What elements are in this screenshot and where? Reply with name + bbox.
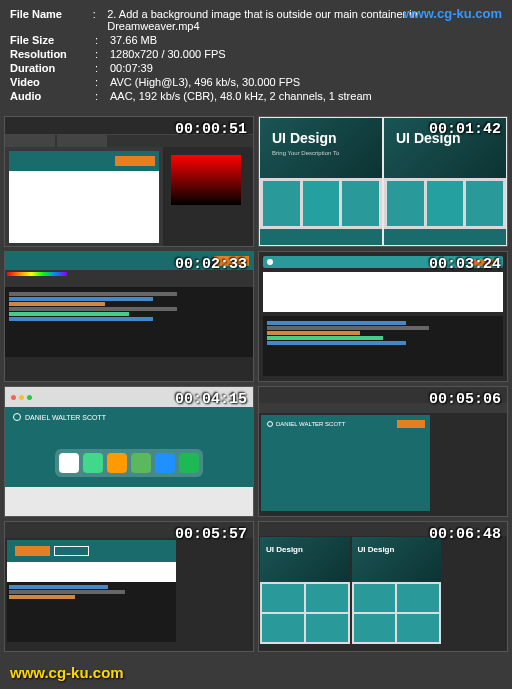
preview-left: UI Design Bring Your Description To (260, 118, 382, 245)
macos-dock (55, 449, 203, 477)
thumbnail-2: 00:01:42 UI Design Bring Your Descriptio… (258, 116, 508, 247)
orange-button (15, 546, 50, 556)
chrome-icon (59, 453, 79, 473)
timestamp-6: 00:05:06 (429, 391, 501, 408)
video-value: AVC (High@L3), 496 kb/s, 30.000 FPS (110, 76, 300, 88)
resolution-value: 1280x720 / 30.000 FPS (110, 48, 226, 60)
timestamp-3: 00:02:33 (175, 256, 247, 273)
video-label: Video (10, 76, 95, 88)
canvas-area (9, 151, 159, 243)
preview-col-1: UI Design (260, 537, 350, 650)
thumbnail-3: 00:02:33 (4, 251, 254, 382)
maximize-icon (27, 395, 32, 400)
outline-button (54, 546, 89, 556)
properties-panel (163, 147, 253, 247)
thumbnail-1: 00:00:51 (4, 116, 254, 247)
site-logo: DANIEL WALTER SCOTT (13, 413, 106, 421)
code-editor (263, 316, 503, 376)
resolution-label: Resolution (10, 48, 95, 60)
hero-title: UI Design (358, 545, 395, 554)
colon: : (93, 8, 108, 32)
watermark-top: www.cg-ku.com (404, 6, 502, 21)
dreamweaver-icon (83, 453, 103, 473)
timestamp-1: 00:00:51 (175, 121, 247, 138)
thumbnail-8: 00:06:48 UI Design UI Design (258, 521, 508, 652)
color-picker (171, 155, 241, 205)
close-icon (11, 395, 16, 400)
watermark: www.cg-ku.com (10, 664, 124, 681)
color-spectrum (7, 272, 67, 276)
hero-title: UI Design (266, 545, 303, 554)
logo-icon (267, 259, 273, 265)
timestamp-7: 00:05:57 (175, 526, 247, 543)
illustrator-icon (107, 453, 127, 473)
properties-panel (432, 413, 507, 513)
orange-button (115, 156, 155, 166)
split-view (7, 540, 176, 646)
canvas-teal: DANIEL WALTER SCOTT (261, 415, 430, 511)
code-editor (5, 287, 253, 357)
filename-label: File Name (10, 8, 93, 32)
minimize-icon (19, 395, 24, 400)
finder-icon (155, 453, 175, 473)
css-panel (178, 538, 253, 648)
timestamp-5: 00:04:15 (175, 391, 247, 408)
properties-panel (442, 536, 507, 651)
orange-button (397, 420, 425, 428)
audio-label: Audio (10, 90, 95, 102)
timestamp-4: 00:03:24 (429, 256, 501, 273)
timestamp-8: 00:06:48 (429, 526, 501, 543)
filesize-value: 37.66 MB (110, 34, 157, 46)
duration-value: 00:07:39 (110, 62, 153, 74)
audio-value: AAC, 192 kb/s (CBR), 48.0 kHz, 2 channel… (110, 90, 372, 102)
webpage: DANIEL WALTER SCOTT (5, 407, 253, 487)
preview-navbar (9, 151, 159, 171)
thumbnail-4: 00:03:24 (258, 251, 508, 382)
code-panel (7, 582, 176, 642)
duration-label: Duration (10, 62, 95, 74)
hero-subtitle: Bring Your Description To (272, 150, 339, 156)
preview-col-2: UI Design (352, 537, 442, 650)
thumbnail-7: 00:05:57 (4, 521, 254, 652)
color-sliders (167, 209, 249, 229)
thumbnail-5: 00:04:15 DANIEL WALTER SCOTT (4, 386, 254, 517)
timestamp-2: 00:01:42 (429, 121, 501, 138)
thumbnail-grid: 00:00:51 00:01:42 UI Design Bring Your D… (0, 112, 512, 656)
hero-title: UI Design (272, 130, 337, 146)
filesize-label: File Size (10, 34, 95, 46)
white-content (263, 272, 503, 312)
camtasia-icon (131, 453, 151, 473)
spotify-icon (179, 453, 199, 473)
thumbnail-6: 00:05:06 DANIEL WALTER SCOTT (258, 386, 508, 517)
site-logo: DANIEL WALTER SCOTT (267, 421, 345, 427)
